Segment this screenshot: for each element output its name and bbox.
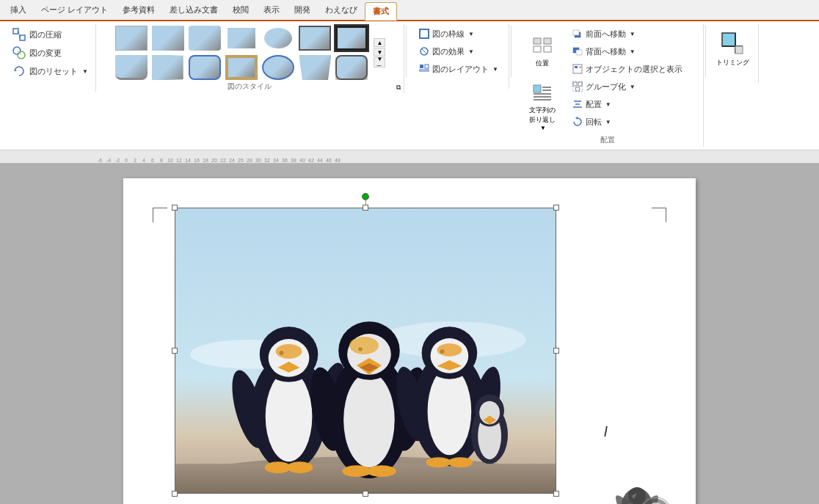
btn-select-pane[interactable]: オブジェクトの選択と表示: [567, 61, 697, 77]
tab-developer[interactable]: 開発: [287, 1, 318, 20]
align-dropdown: ▼: [605, 101, 611, 108]
group-adjust: 図の圧縮 図の変更 図のリセット ▼: [4, 24, 96, 92]
ruler-mark: 12: [175, 158, 183, 163]
svg-rect-18: [573, 30, 579, 35]
style-thumb-6[interactable]: [297, 24, 332, 52]
svg-rect-11: [425, 65, 429, 68]
tab-format[interactable]: 書式: [365, 2, 397, 21]
handle-top-mid[interactable]: [363, 205, 368, 211]
style-thumb-10[interactable]: [187, 54, 222, 81]
handle-bot-right[interactable]: [553, 491, 559, 497]
svg-rect-14: [544, 38, 551, 44]
align-label: 配置: [586, 99, 602, 110]
btn-send-back[interactable]: 背面へ移動 ▼: [567, 43, 697, 59]
ruler-mark: 10: [166, 158, 175, 163]
style-scroll-up[interactable]: ▲: [374, 38, 385, 47]
btn-picture-border[interactable]: 図の枠線 ▼: [414, 26, 503, 42]
style-scroll-more[interactable]: ▼─: [374, 57, 385, 67]
tab-view[interactable]: 表示: [256, 1, 287, 20]
ruler-mark: 0: [122, 158, 131, 163]
btn-align[interactable]: 配置 ▼: [567, 96, 697, 112]
btn-rotate[interactable]: 回転 ▼: [567, 114, 697, 130]
ruler-mark: -6: [95, 158, 104, 163]
svg-rect-41: [735, 46, 743, 54]
svg-marker-37: [575, 117, 578, 120]
rotate-dropdown: ▼: [605, 119, 611, 125]
btn-trim[interactable]: トリミング: [713, 26, 752, 70]
style-thumb-14[interactable]: [334, 54, 369, 81]
group-picture-styles-label: 図のスタイル: [96, 81, 404, 92]
layout-label: 図のレイアウト: [432, 64, 489, 75]
ruler-mark: 40: [298, 158, 307, 163]
style-thumb-11[interactable]: [224, 54, 259, 81]
group-picture-styles: ▲ ▼ ▼─ 図のスタイル ⧉: [96, 24, 404, 93]
svg-rect-32: [575, 87, 579, 91]
style-thumbnails: [114, 24, 369, 81]
ruler-mark: 36: [280, 158, 289, 163]
tab-mailings[interactable]: 差し込み文書: [162, 1, 225, 20]
btn-group[interactable]: グループ化 ▼: [567, 78, 697, 95]
style-thumb-5[interactable]: [261, 24, 296, 52]
svg-point-92: [628, 487, 646, 504]
btn-bring-front[interactable]: 前面へ移動 ▼: [567, 26, 697, 42]
ruler-mark: 20: [210, 158, 219, 163]
tab-references[interactable]: 参考資料: [115, 1, 162, 20]
ruler-mark: 34: [272, 158, 280, 163]
style-thumb-9[interactable]: [150, 54, 186, 81]
handle-mid-left[interactable]: [172, 348, 178, 354]
image-container[interactable]: [175, 208, 556, 494]
group-expand-icon[interactable]: ⧉: [396, 84, 401, 92]
style-thumb-7[interactable]: [334, 24, 369, 52]
style-thumb-12[interactable]: [261, 54, 296, 81]
ruler-mark: 32: [263, 158, 272, 163]
divider-2: [511, 26, 512, 77]
btn-position[interactable]: 位置: [519, 26, 566, 77]
style-thumb-1[interactable]: [114, 24, 149, 52]
btn-text-wrap[interactable]: 文字列の折り返し ▼: [519, 78, 566, 135]
text-wrap-label: 文字列の折り返し: [529, 106, 556, 125]
btn-reset[interactable]: 図のリセット ▼: [9, 62, 91, 80]
handle-bot-left[interactable]: [172, 491, 178, 497]
svg-rect-13: [534, 38, 541, 44]
svg-rect-15: [534, 46, 541, 52]
tab-waenavi[interactable]: わえなび: [318, 1, 365, 20]
handle-mid-right[interactable]: [553, 348, 559, 354]
ruler-content: -6 -4 -2 0 2 4 6 8 10 12 14 16 18 20 22 …: [95, 150, 342, 163]
ruler-mark: 2: [131, 158, 139, 163]
handle-top-left[interactable]: [172, 205, 178, 211]
ruler-mark: 42: [307, 158, 316, 163]
change-label: 図の変更: [29, 48, 62, 59]
btn-picture-layout[interactable]: 図のレイアウト ▼: [414, 61, 503, 77]
btn-change[interactable]: 図の変更: [9, 44, 91, 62]
style-thumb-2[interactable]: [150, 24, 186, 52]
ruler-mark: 28: [245, 158, 254, 163]
section-size: トリミング: [707, 24, 759, 83]
svg-point-49: [266, 371, 313, 461]
change-icon: [12, 45, 26, 60]
text-wrap-dropdown: ▼: [540, 125, 546, 131]
style-thumb-8[interactable]: [114, 54, 149, 81]
arrange-col2: 前面へ移動 ▼ 背面へ移動 ▼: [567, 26, 697, 77]
rotate-handle[interactable]: [362, 193, 369, 200]
reset-dropdown-arrow: ▼: [82, 68, 88, 75]
handle-top-right[interactable]: [553, 205, 559, 211]
group-icon: [572, 81, 583, 92]
layout-dropdown: ▼: [492, 66, 498, 73]
btn-compress[interactable]: 図の圧縮: [9, 26, 91, 43]
tab-review[interactable]: 校閲: [225, 1, 256, 20]
penguin-image[interactable]: [175, 208, 556, 494]
tab-insert[interactable]: 挿入: [3, 1, 34, 20]
style-thumb-13[interactable]: [297, 54, 332, 81]
style-thumb-3[interactable]: [187, 24, 222, 52]
compress-label: 図の圧縮: [29, 29, 62, 40]
svg-point-83: [426, 457, 451, 467]
btn-picture-effects[interactable]: 図の効果 ▼: [414, 43, 503, 59]
align-icon: [572, 98, 583, 110]
text-wrap-icon: [531, 82, 554, 106]
page: I: [123, 178, 696, 504]
style-thumb-4[interactable]: [224, 24, 259, 52]
handle-bot-mid[interactable]: [363, 491, 368, 497]
corner-mark-tr: [652, 208, 666, 222]
ruler-mark: -2: [113, 158, 122, 163]
tab-page-layout[interactable]: ページ レイアウト: [34, 1, 115, 20]
